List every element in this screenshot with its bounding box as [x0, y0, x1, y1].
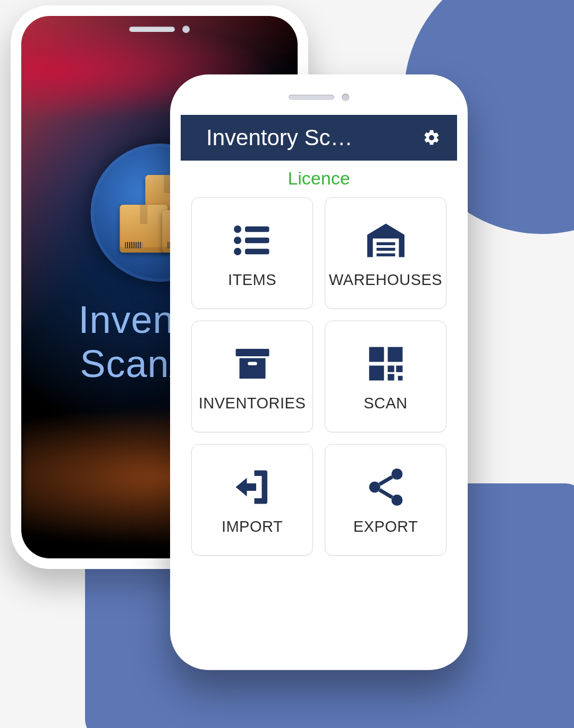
- main-menu-grid: ITEMS WAREHOUSES INVENTORIES: [181, 192, 457, 659]
- svg-rect-12: [387, 347, 402, 362]
- tile-label: WAREHOUSES: [329, 271, 442, 289]
- svg-rect-7: [376, 248, 395, 251]
- svg-rect-8: [376, 253, 395, 256]
- svg-rect-13: [369, 365, 384, 380]
- settings-button[interactable]: [421, 127, 442, 148]
- share-icon: [364, 465, 408, 509]
- import-icon: [230, 465, 275, 509]
- svg-point-19: [369, 481, 380, 492]
- app-screen: Inventory Sc… Licence ITEMS: [181, 85, 457, 659]
- phone-notch: [21, 26, 298, 33]
- tile-label: SCAN: [364, 395, 408, 412]
- camera-dot: [182, 26, 190, 33]
- list-icon: [230, 218, 275, 263]
- app-title: Inventory Sc…: [206, 125, 352, 150]
- svg-point-4: [234, 248, 241, 255]
- svg-rect-17: [398, 375, 402, 380]
- tile-label: ITEMS: [228, 271, 276, 289]
- svg-point-0: [234, 225, 241, 233]
- svg-rect-10: [248, 362, 257, 365]
- svg-rect-9: [235, 349, 269, 356]
- licence-label: Licence: [288, 168, 350, 188]
- tile-inventories[interactable]: INVENTORIES: [191, 321, 313, 432]
- speaker-slot: [289, 95, 334, 100]
- tile-import[interactable]: IMPORT: [191, 444, 313, 556]
- tile-label: EXPORT: [353, 518, 418, 535]
- svg-rect-1: [245, 226, 269, 232]
- tile-warehouses[interactable]: WAREHOUSES: [325, 197, 446, 309]
- svg-rect-14: [387, 365, 394, 372]
- svg-rect-16: [387, 374, 394, 380]
- svg-rect-15: [396, 365, 402, 372]
- qr-icon: [364, 341, 408, 386]
- tile-label: IMPORT: [222, 518, 283, 535]
- svg-point-2: [234, 237, 241, 244]
- tile-label: INVENTORIES: [199, 395, 306, 412]
- camera-dot: [342, 94, 349, 101]
- svg-point-20: [391, 495, 402, 506]
- archive-box-icon: [230, 341, 275, 386]
- svg-point-18: [391, 468, 402, 480]
- svg-rect-11: [369, 347, 384, 362]
- phone-notch: [181, 94, 457, 101]
- app-header: Inventory Sc…: [181, 115, 457, 161]
- speaker-slot: [129, 27, 175, 32]
- tile-items[interactable]: ITEMS: [191, 197, 313, 309]
- licence-link[interactable]: Licence: [181, 161, 457, 192]
- svg-rect-5: [245, 248, 269, 254]
- tile-scan[interactable]: SCAN: [325, 321, 446, 432]
- svg-rect-3: [245, 237, 269, 243]
- svg-rect-6: [376, 242, 395, 245]
- warehouse-icon: [364, 218, 408, 263]
- gear-icon: [423, 129, 441, 147]
- phone-mockup-app: Inventory Sc… Licence ITEMS: [170, 74, 468, 670]
- tile-export[interactable]: EXPORT: [325, 444, 446, 556]
